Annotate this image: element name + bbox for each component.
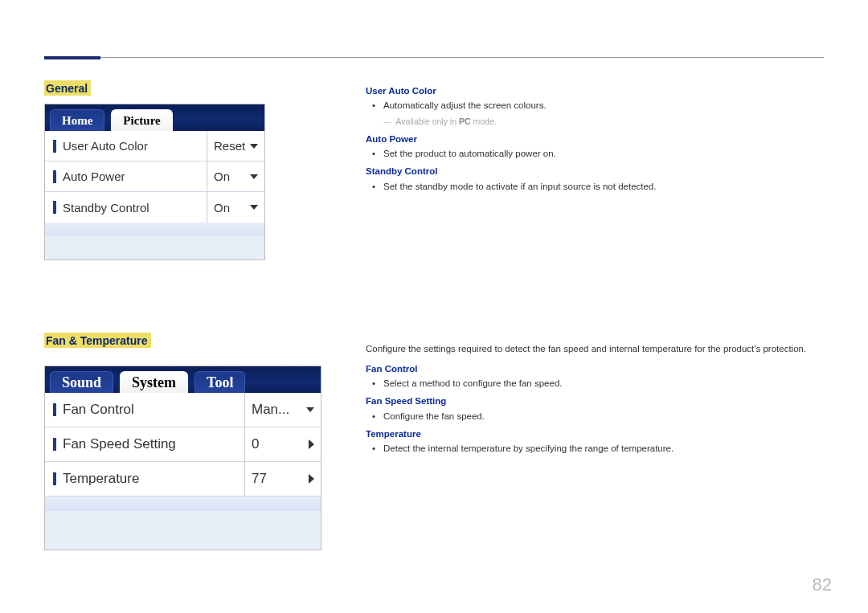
row-value-text: 77 <box>252 471 267 487</box>
triangle-right-icon <box>309 439 314 449</box>
row-fan-control[interactable]: Fan Control Man... <box>45 393 321 427</box>
row-auto-power[interactable]: Auto Power On <box>45 161 264 192</box>
row-value-text: Man... <box>252 402 289 418</box>
row-fan-speed-setting[interactable]: Fan Speed Setting 0 <box>45 427 321 462</box>
desc-heading-standby-control: Standby Control <box>366 164 816 178</box>
chevron-down-icon <box>250 144 258 149</box>
row-value-text: On <box>214 170 230 183</box>
right-column: User Auto Color Automatically adjust the… <box>366 80 816 460</box>
row-value-dropdown[interactable]: On <box>207 161 264 191</box>
fan-temp-intro: Configure the settings required to detec… <box>366 341 816 356</box>
row-value-text: On <box>214 201 230 215</box>
row-user-auto-color[interactable]: User Auto Color Reset <box>45 131 264 161</box>
desc-bullet: Automatically adjust the screen colours. <box>383 98 816 112</box>
note-text: mode. <box>471 116 497 126</box>
row-value-stepper[interactable]: 0 <box>244 427 321 461</box>
row-label: Fan Speed Setting <box>63 436 244 452</box>
tab-tool[interactable]: Tool <box>194 371 245 393</box>
desc-heading-fan-speed-setting: Fan Speed Setting <box>366 394 816 408</box>
row-marker-icon <box>53 170 56 183</box>
tabstrip: Sound System Tool <box>45 366 321 393</box>
row-marker-icon <box>53 201 56 214</box>
row-label: Auto Power <box>63 170 207 183</box>
chevron-down-icon <box>250 205 258 210</box>
note-bold: PC <box>459 116 471 126</box>
desc-bullet: Set the standby mode to activate if an i… <box>383 179 816 194</box>
desc-heading-auto-power: Auto Power <box>366 132 816 146</box>
row-label: Standby Control <box>63 201 207 215</box>
row-marker-icon <box>53 472 56 485</box>
desc-bullet: Configure the fan speed. <box>383 409 816 423</box>
general-settings-screenshot: Home Picture User Auto Color Reset Auto … <box>44 104 265 260</box>
row-value-dropdown[interactable]: Reset <box>207 131 264 161</box>
note-text: Available only in <box>395 116 459 126</box>
header-accent <box>44 56 100 59</box>
desc-note: Available only in PC mode. <box>366 115 816 129</box>
row-temperature[interactable]: Temperature 77 <box>45 462 321 497</box>
row-standby-control[interactable]: Standby Control On <box>45 192 264 223</box>
row-label: User Auto Color <box>63 139 207 153</box>
section-title-fan-temperature: Fan & Temperature <box>44 333 151 348</box>
desc-heading-user-auto-color: User Auto Color <box>366 84 816 98</box>
row-label: Temperature <box>63 471 244 487</box>
screenshot-footer <box>45 497 321 511</box>
row-value-dropdown[interactable]: On <box>207 192 264 223</box>
row-value-stepper[interactable]: 77 <box>244 462 321 496</box>
desc-heading-temperature: Temperature <box>366 427 816 441</box>
row-value-text: Reset <box>214 139 245 153</box>
left-column: General Home Picture User Auto Color Res… <box>44 80 321 550</box>
row-label: Fan Control <box>63 402 244 418</box>
triangle-right-icon <box>309 474 314 484</box>
section-title-general: General <box>44 80 91 96</box>
chevron-down-icon <box>306 407 314 412</box>
desc-bullet: Detect the internal temperature by speci… <box>383 441 816 456</box>
page-number: 82 <box>813 574 832 595</box>
row-marker-icon <box>53 438 56 451</box>
tab-system[interactable]: System <box>120 371 188 393</box>
desc-heading-fan-control: Fan Control <box>366 362 816 376</box>
row-marker-icon <box>53 403 56 416</box>
desc-bullet: Select a method to configure the fan spe… <box>383 376 816 390</box>
tabstrip: Home Picture <box>45 104 264 131</box>
tab-picture[interactable]: Picture <box>111 109 172 131</box>
tab-home[interactable]: Home <box>50 109 104 131</box>
chevron-down-icon <box>250 174 258 179</box>
desc-bullet: Set the product to automatically power o… <box>383 146 816 161</box>
fan-temperature-screenshot: Sound System Tool Fan Control Man... Fan… <box>44 366 321 550</box>
header-rule <box>44 57 824 58</box>
row-marker-icon <box>53 140 56 153</box>
screenshot-footer <box>45 223 264 235</box>
row-value-dropdown[interactable]: Man... <box>244 393 321 427</box>
tab-sound[interactable]: Sound <box>50 371 113 393</box>
row-value-text: 0 <box>252 436 259 452</box>
